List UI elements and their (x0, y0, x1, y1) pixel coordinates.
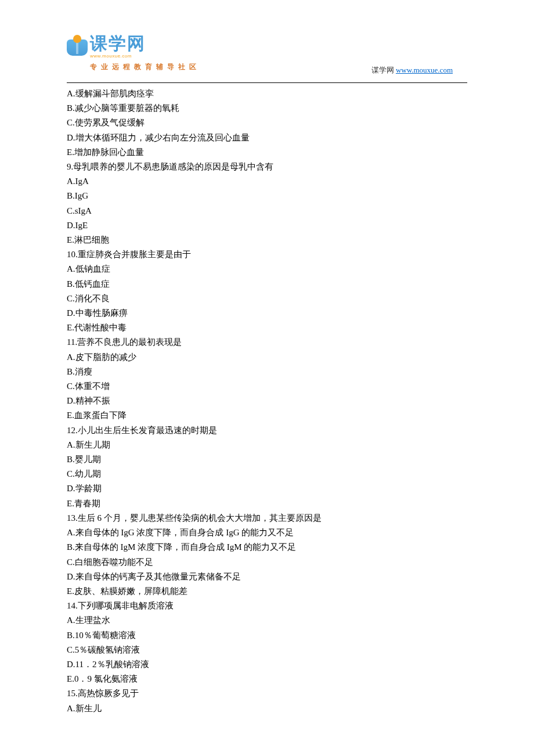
text-line: A.新生儿期 (67, 438, 467, 452)
text-line: E.增加静脉回心血量 (67, 145, 467, 160)
text-line: 11.营养不良患儿的最初表现是 (67, 335, 467, 350)
text-line: A.生理盐水 (67, 613, 467, 628)
text-line: D.中毒性肠麻痹 (67, 306, 467, 321)
text-line: 9.母乳喂养的婴儿不易患肠道感染的原因是母乳中含有 (67, 160, 467, 174)
text-line: D.来自母体的钙离子及其他微量元素储备不足 (67, 570, 467, 584)
document-content: A.缓解漏斗部肌肉痉挛B.减少心脑等重要脏器的氧耗C.使劳累及气促缓解D.增大体… (0, 83, 534, 716)
header-site-link[interactable]: www.mouxue.com (396, 66, 453, 74)
text-line: D.IgE (67, 218, 467, 233)
text-line: B.婴儿期 (67, 452, 467, 467)
text-line: C.体重不增 (67, 379, 467, 394)
text-line: 14.下列哪项属非电解质溶液 (67, 599, 467, 613)
text-line: C.白细胞吞噬功能不足 (67, 555, 467, 570)
text-line: B.消瘦 (67, 365, 467, 379)
text-line: B.来自母体的 IgM 浓度下降，而自身合成 IgM 的能力又不足 (67, 540, 467, 555)
text-line: C.消化不良 (67, 291, 467, 306)
text-line: E.淋巴细胞 (67, 233, 467, 247)
text-line: C.sIgA (67, 204, 467, 218)
text-line: C.5％碳酸氢钠溶液 (67, 643, 467, 657)
logo-tagline: 专业远程教育辅导社区 (90, 62, 200, 72)
header-right-label: 谋学网 (371, 66, 394, 74)
text-line: E.青春期 (67, 496, 467, 511)
text-line: E.代谢性酸中毒 (67, 321, 467, 335)
text-line: B.IgG (67, 189, 467, 203)
text-line: D.学龄期 (67, 481, 467, 496)
text-line: B.低钙血症 (67, 277, 467, 291)
logo-text: 课学网 (90, 35, 200, 52)
text-line: A.IgA (67, 174, 467, 189)
text-line: A.来自母体的 IgG 浓度下降，而自身合成 IgG 的能力又不足 (67, 525, 467, 540)
text-line: 13.生后 6 个月，婴儿患某些传染病的机会大大增加，其主要原因是 (67, 511, 467, 525)
header-right: 谋学网 www.mouxue.com (371, 65, 453, 75)
logo-icon (67, 35, 88, 56)
page-header: 课学网 www.mouxue.com 专业远程教育辅导社区 谋学网 www.mo… (0, 0, 534, 81)
text-line: B.10％葡萄糖溶液 (67, 628, 467, 643)
text-line: C.使劳累及气促缓解 (67, 116, 467, 130)
text-line: B.减少心脑等重要脏器的氧耗 (67, 101, 467, 116)
text-line: 10.重症肺炎合并腹胀主要是由于 (67, 247, 467, 262)
text-line: E.皮肤、粘膜娇嫩，屏障机能差 (67, 584, 467, 599)
text-line: A.低钠血症 (67, 262, 467, 276)
text-line: 15.高热惊厥多见于 (67, 686, 467, 701)
logo-url-text: www.mouxue.com (90, 53, 200, 59)
text-line: D.精神不振 (67, 394, 467, 408)
text-line: A.新生儿 (67, 701, 467, 716)
text-line: A.皮下脂肪的减少 (67, 350, 467, 365)
logo-text-wrap: 课学网 www.mouxue.com 专业远程教育辅导社区 (90, 35, 200, 72)
text-line: D.11．2％乳酸钠溶液 (67, 657, 467, 672)
text-line: D.增大体循环阻力，减少右向左分流及回心血量 (67, 131, 467, 145)
text-line: 12.小儿出生后生长发育最迅速的时期是 (67, 423, 467, 438)
text-line: C.幼儿期 (67, 467, 467, 481)
text-line: A.缓解漏斗部肌肉痉挛 (67, 87, 467, 101)
text-line: E.0．9 氯化氨溶液 (67, 672, 467, 686)
text-line: E.血浆蛋白下降 (67, 408, 467, 423)
